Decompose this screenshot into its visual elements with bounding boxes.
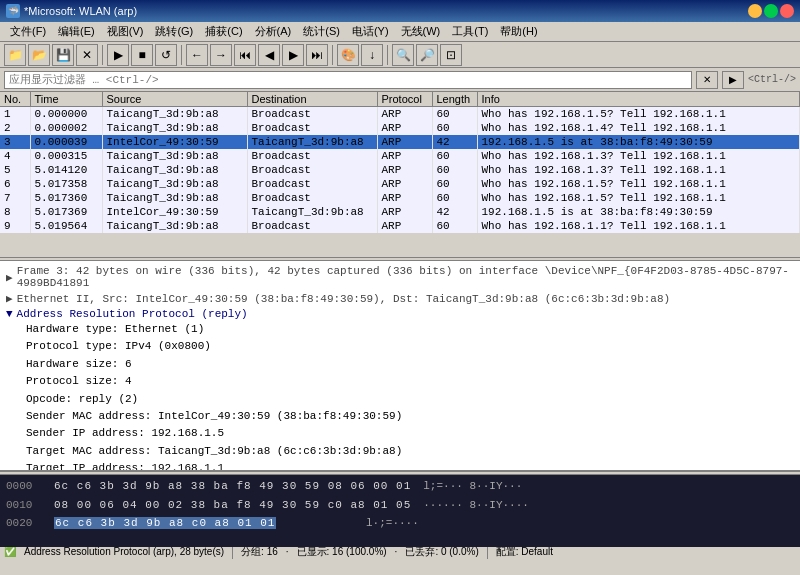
close-capture-button[interactable]: ✕: [76, 44, 98, 66]
minimize-button[interactable]: [748, 4, 762, 18]
frame-header[interactable]: ▶ Frame 3: 42 bytes on wire (336 bits), …: [2, 264, 798, 290]
cell-destination: Broadcast: [247, 121, 377, 135]
go-last-button[interactable]: ⏭: [306, 44, 328, 66]
table-row[interactable]: 85.017369IntelCor_49:30:59TaicangT_3d:9b…: [0, 205, 800, 219]
cell-time: 0.000000: [30, 107, 102, 122]
cell-source: TaicangT_3d:9b:a8: [102, 163, 247, 177]
app-icon: 🦈: [6, 4, 20, 18]
col-no: No.: [0, 92, 30, 107]
table-row[interactable]: 20.000002TaicangT_3d:9b:a8BroadcastARP60…: [0, 121, 800, 135]
maximize-button[interactable]: [764, 4, 778, 18]
arp-field: Protocol type: IPv4 (0x0800): [22, 338, 798, 355]
table-row[interactable]: 55.014120TaicangT_3d:9b:a8BroadcastARP60…: [0, 163, 800, 177]
cell-length: 60: [432, 107, 477, 122]
zoom-out-button[interactable]: 🔎: [416, 44, 438, 66]
menu-item-3[interactable]: 跳转(G): [149, 22, 199, 41]
cell-time: 0.000039: [30, 135, 102, 149]
zoom-in-button[interactable]: 🔍: [392, 44, 414, 66]
packet-tbody: 10.000000TaicangT_3d:9b:a8BroadcastARP60…: [0, 107, 800, 234]
table-row[interactable]: 40.000315TaicangT_3d:9b:a8BroadcastARP60…: [0, 149, 800, 163]
table-row[interactable]: 95.019564TaicangT_3d:9b:a8BroadcastARP60…: [0, 219, 800, 233]
menu-item-8[interactable]: 无线(W): [395, 22, 447, 41]
new-capture-button[interactable]: 📁: [4, 44, 26, 66]
status-sep-dot-1: ·: [286, 546, 289, 557]
hex-line: 001008 00 06 04 00 02 38 ba f8 49 30 59 …: [2, 496, 798, 515]
cell-no: 2: [0, 121, 30, 135]
menu-item-10[interactable]: 帮助(H): [494, 22, 543, 41]
menu-item-7[interactable]: 电话(Y): [346, 22, 395, 41]
title-bar: 🦈 *Microsoft: WLAN (arp): [0, 0, 800, 22]
hex-bytes: 6c c6 3b 3d 9b a8 38 ba f8 49 30 59 08 0…: [54, 478, 411, 495]
arp-header[interactable]: ▼ Address Resolution Protocol (reply): [2, 307, 798, 321]
close-button[interactable]: [780, 4, 794, 18]
frame-label: Frame 3: 42 bytes on wire (336 bits), 42…: [17, 265, 794, 289]
cell-source: IntelCor_49:30:59: [102, 135, 247, 149]
toolbar: 📁 📂 💾 ✕ ▶ ■ ↺ ← → ⏮ ◀ ▶ ⏭ 🎨 ↓ 🔍 🔎 ⊡: [0, 42, 800, 68]
cell-length: 42: [432, 205, 477, 219]
cell-time: 5.017369: [30, 205, 102, 219]
cell-destination: Broadcast: [247, 149, 377, 163]
cell-source: IntelCor_49:30:59: [102, 205, 247, 219]
go-back-button[interactable]: ←: [186, 44, 208, 66]
menu-item-2[interactable]: 视图(V): [101, 22, 150, 41]
hex-line: 00206c c6 3b 3d 9b a8 c0 a8 01 01l·;=···…: [2, 514, 798, 533]
title-bar-left: 🦈 *Microsoft: WLAN (arp): [6, 4, 137, 18]
cell-source: TaicangT_3d:9b:a8: [102, 149, 247, 163]
cell-info: Who has 192.168.1.3? Tell 192.168.1.1: [477, 163, 800, 177]
cell-no: 3: [0, 135, 30, 149]
colorize-button[interactable]: 🎨: [337, 44, 359, 66]
cell-info: Who has 192.168.1.4? Tell 192.168.1.1: [477, 121, 800, 135]
cell-time: 5.017358: [30, 177, 102, 191]
packet-detail[interactable]: ▶ Frame 3: 42 bytes on wire (336 bits), …: [0, 261, 800, 471]
menu-item-9[interactable]: 工具(T): [446, 22, 494, 41]
go-prev-button[interactable]: ◀: [258, 44, 280, 66]
arp-section: ▼ Address Resolution Protocol (reply) Ha…: [2, 307, 798, 471]
go-next-button[interactable]: ▶: [282, 44, 304, 66]
cell-length: 60: [432, 177, 477, 191]
cell-protocol: ARP: [377, 135, 432, 149]
window-controls: [748, 4, 794, 18]
table-row[interactable]: 30.000039IntelCor_49:30:59TaicangT_3d:9b…: [0, 135, 800, 149]
menu-item-1[interactable]: 编辑(E): [52, 22, 101, 41]
table-row[interactable]: 10.000000TaicangT_3d:9b:a8BroadcastARP60…: [0, 107, 800, 122]
table-row[interactable]: 75.017360TaicangT_3d:9b:a8BroadcastARP60…: [0, 191, 800, 205]
arp-field: Protocol size: 4: [22, 373, 798, 390]
start-capture-button[interactable]: ▶: [107, 44, 129, 66]
hex-ascii: ······ 8··IY····: [423, 497, 529, 514]
menu-item-6[interactable]: 统计(S): [297, 22, 346, 41]
ethernet-section: ▶ Ethernet II, Src: IntelCor_49:30:59 (3…: [2, 291, 798, 306]
table-row[interactable]: 65.017358TaicangT_3d:9b:a8BroadcastARP60…: [0, 177, 800, 191]
cell-protocol: ARP: [377, 163, 432, 177]
status-icon: ✅: [4, 546, 16, 557]
filter-apply-button[interactable]: ▶: [722, 71, 744, 89]
cell-protocol: ARP: [377, 219, 432, 233]
menu-item-0[interactable]: 文件(F): [4, 22, 52, 41]
go-forward-button[interactable]: →: [210, 44, 232, 66]
autoscroll-button[interactable]: ↓: [361, 44, 383, 66]
restart-capture-button[interactable]: ↺: [155, 44, 177, 66]
filter-clear-button[interactable]: ✕: [696, 71, 718, 89]
go-first-button[interactable]: ⏮: [234, 44, 256, 66]
col-protocol: Protocol: [377, 92, 432, 107]
menu-item-5[interactable]: 分析(A): [249, 22, 298, 41]
menu-item-4[interactable]: 捕获(C): [199, 22, 248, 41]
ethernet-triangle: ▶: [6, 292, 13, 305]
packet-list[interactable]: No. Time Source Destination Protocol Len…: [0, 92, 800, 257]
filter-input[interactable]: [4, 71, 692, 89]
toolbar-sep-3: [332, 45, 333, 65]
table-header-row: No. Time Source Destination Protocol Len…: [0, 92, 800, 107]
zoom-reset-button[interactable]: ⊡: [440, 44, 462, 66]
cell-no: 5: [0, 163, 30, 177]
cell-destination: Broadcast: [247, 219, 377, 233]
save-button[interactable]: 💾: [52, 44, 74, 66]
arp-field: Hardware size: 6: [22, 356, 798, 373]
toolbar-sep-4: [387, 45, 388, 65]
ethernet-header[interactable]: ▶ Ethernet II, Src: IntelCor_49:30:59 (3…: [2, 291, 798, 306]
cell-length: 60: [432, 191, 477, 205]
hex-bytes: 08 00 06 04 00 02 38 ba f8 49 30 59 c0 a…: [54, 497, 411, 514]
hex-bytes: 6c c6 3b 3d 9b a8 c0 a8 01 01: [54, 515, 354, 532]
ethernet-label: Ethernet II, Src: IntelCor_49:30:59 (38:…: [17, 293, 671, 305]
stop-capture-button[interactable]: ■: [131, 44, 153, 66]
open-button[interactable]: 📂: [28, 44, 50, 66]
cell-destination: Broadcast: [247, 177, 377, 191]
